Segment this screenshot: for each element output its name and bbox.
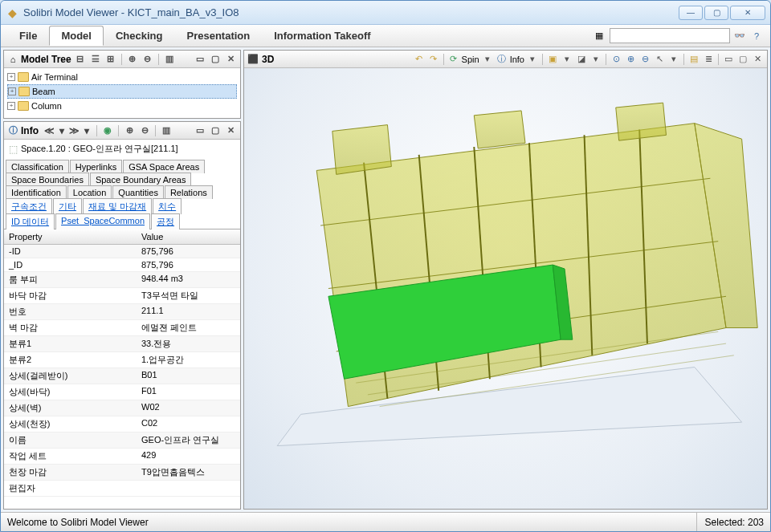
tab-constraint[interactable]: 구속조건 — [6, 198, 52, 214]
panel-close-icon[interactable]: ✕ — [224, 53, 237, 66]
tree-row-column[interactable]: + Column — [7, 99, 237, 113]
spin-label[interactable]: Spin — [462, 55, 479, 64]
menu-tab-model[interactable]: Model — [49, 26, 104, 46]
minimize-button[interactable]: — — [679, 6, 703, 20]
close-button[interactable]: ✕ — [730, 6, 765, 20]
model-tree[interactable]: + Air Terminal + Beam + Column — [4, 68, 240, 115]
panel-maximize-icon[interactable]: ▢ — [209, 53, 222, 66]
tab-classification[interactable]: Classification — [6, 160, 69, 173]
tab-etc[interactable]: 기타 — [53, 198, 82, 214]
tab-materials[interactable]: 재료 및 마감재 — [83, 198, 152, 214]
nav-last-icon[interactable]: ▾ — [83, 125, 91, 136]
info-label[interactable]: Info — [510, 55, 524, 64]
layers-icon[interactable]: ▤ — [687, 53, 700, 66]
layout-icon[interactable]: ▦ — [592, 29, 606, 43]
property-row[interactable]: 상세(벽)W02 — [4, 400, 240, 416]
vp-maximize-icon[interactable]: ▢ — [736, 53, 749, 66]
refresh-icon[interactable]: ⟳ — [447, 53, 460, 66]
property-row[interactable]: 편집자 — [4, 481, 240, 497]
menu-tab-info-takeoff[interactable]: Information Takeoff — [262, 26, 382, 46]
vp-minimize-icon[interactable]: ▭ — [722, 53, 735, 66]
panel2-minimize-icon[interactable]: ▭ — [194, 124, 206, 137]
col-value[interactable]: Value — [137, 229, 240, 244]
property-name: 천장 마감 — [4, 465, 137, 480]
grid-icon[interactable]: ▥ — [163, 53, 176, 66]
menu-tab-file[interactable]: File — [7, 26, 49, 46]
zoom-out-icon[interactable]: ⊖ — [638, 53, 651, 66]
tab-gsa-space-areas[interactable]: GSA Space Areas — [123, 160, 205, 173]
expand2-icon[interactable]: ⊕ — [123, 124, 136, 137]
property-row[interactable]: 상세(걸레받이)B01 — [4, 368, 240, 384]
tree-row-air-terminal[interactable]: + Air Terminal — [7, 70, 237, 84]
title-bar[interactable]: ◆ Solibri Model Viewer - KICT_main_BA_v3… — [1, 1, 770, 25]
expand-icon[interactable]: ⊕ — [126, 53, 139, 66]
undo-icon[interactable]: ↶ — [413, 53, 426, 66]
panel2-close-icon[interactable]: ✕ — [224, 124, 237, 137]
tab-space-boundaries[interactable]: Space Boundaries — [6, 173, 89, 186]
property-row[interactable]: 이름GEO-인프라 연구실 — [4, 433, 240, 449]
pointer-icon[interactable]: ↖ — [653, 53, 666, 66]
panel2-maximize-icon[interactable]: ▢ — [209, 124, 222, 137]
property-row[interactable]: 천장 마감T9압면흡음텍스 — [4, 465, 240, 481]
help-icon[interactable]: ? — [749, 29, 764, 43]
tree-tool-1-icon[interactable]: ⊟ — [74, 53, 87, 66]
property-row[interactable]: 바닥 마감T3무석면 타일 — [4, 288, 240, 304]
tab-location[interactable]: Location — [67, 185, 112, 199]
locate-icon[interactable]: ◉ — [101, 124, 114, 137]
grid2-icon[interactable]: ▥ — [160, 124, 173, 137]
property-row[interactable]: _ID875,796 — [4, 258, 240, 272]
property-row[interactable]: 번호211.1 — [4, 304, 240, 320]
dropdown5-icon[interactable]: ▾ — [667, 53, 680, 66]
property-row[interactable]: 작업 세트429 — [4, 449, 240, 465]
nav-first-icon[interactable]: ≪ — [43, 125, 56, 136]
property-row[interactable]: 벽 마감에멀젼 페인트 — [4, 320, 240, 336]
property-row[interactable]: -ID875,796 — [4, 245, 240, 258]
menu-bar: File Model Checking Presentation Informa… — [1, 25, 770, 47]
property-row[interactable]: 룸 부피948.44 m3 — [4, 272, 240, 288]
collapse-icon[interactable]: ⊖ — [141, 53, 154, 66]
tab-id-data[interactable]: ID 데이터 — [6, 213, 55, 229]
nav-next-icon[interactable]: ≫ — [67, 125, 81, 136]
tab-hyperlinks[interactable]: Hyperlinks — [70, 160, 122, 173]
dropdown-icon[interactable]: ▾ — [481, 53, 494, 66]
box-icon[interactable]: ▣ — [546, 53, 559, 66]
dropdown3-icon[interactable]: ▾ — [561, 53, 573, 66]
tab-dimensions[interactable]: 치수 — [153, 198, 182, 214]
zoom-in-icon[interactable]: ⊕ — [624, 53, 637, 66]
dropdown2-icon[interactable]: ▾ — [526, 53, 539, 66]
tab-process[interactable]: 공정 — [151, 213, 180, 229]
binoculars-icon[interactable]: 👓 — [732, 29, 747, 43]
tree-tool-3-icon[interactable]: ⊞ — [104, 53, 117, 66]
stack-icon[interactable]: ≣ — [702, 53, 715, 66]
section-icon[interactable]: ◪ — [575, 53, 588, 66]
vp-close-icon[interactable]: ✕ — [751, 53, 764, 66]
property-row[interactable]: 상세(바닥)F01 — [4, 384, 240, 400]
tab-quantities[interactable]: Quantities — [112, 185, 164, 199]
expander-icon[interactable]: + — [7, 73, 15, 81]
dropdown4-icon[interactable]: ▾ — [589, 53, 602, 66]
viewport-3d[interactable] — [244, 68, 767, 509]
tab-space-boundary-areas[interactable]: Space Boundary Areas — [90, 173, 192, 186]
info-tool-icon[interactable]: ⓘ — [496, 53, 508, 66]
tab-pset-spacecommon[interactable]: Pset_SpaceCommon — [55, 213, 150, 229]
nav-prev-icon[interactable]: ▾ — [58, 125, 66, 136]
tab-relations[interactable]: Relations — [165, 185, 213, 199]
property-row[interactable]: 분류133.전용 — [4, 336, 240, 352]
tree-tool-2-icon[interactable]: ☰ — [89, 53, 102, 66]
col-property[interactable]: Property — [4, 229, 137, 244]
zoom-fit-icon[interactable]: ⊙ — [610, 53, 622, 66]
menu-tab-presentation[interactable]: Presentation — [174, 26, 262, 46]
expander-icon[interactable]: + — [7, 102, 15, 110]
search-input[interactable] — [610, 28, 730, 43]
menu-tab-checking[interactable]: Checking — [104, 26, 175, 46]
maximize-button[interactable]: ▢ — [704, 6, 728, 20]
tree-row-beam[interactable]: + Beam — [7, 84, 237, 99]
property-row[interactable]: 분류21.업무공간 — [4, 352, 240, 368]
redo-icon[interactable]: ↷ — [427, 53, 440, 66]
property-table[interactable]: Property Value -ID875,796_ID875,796룸 부피9… — [4, 229, 240, 509]
property-row[interactable]: 상세(천장)C02 — [4, 416, 240, 433]
collapse2-icon[interactable]: ⊖ — [138, 124, 151, 137]
tab-identification[interactable]: Identification — [6, 185, 67, 199]
expander-icon[interactable]: + — [8, 87, 16, 95]
panel-minimize-icon[interactable]: ▭ — [194, 53, 206, 66]
